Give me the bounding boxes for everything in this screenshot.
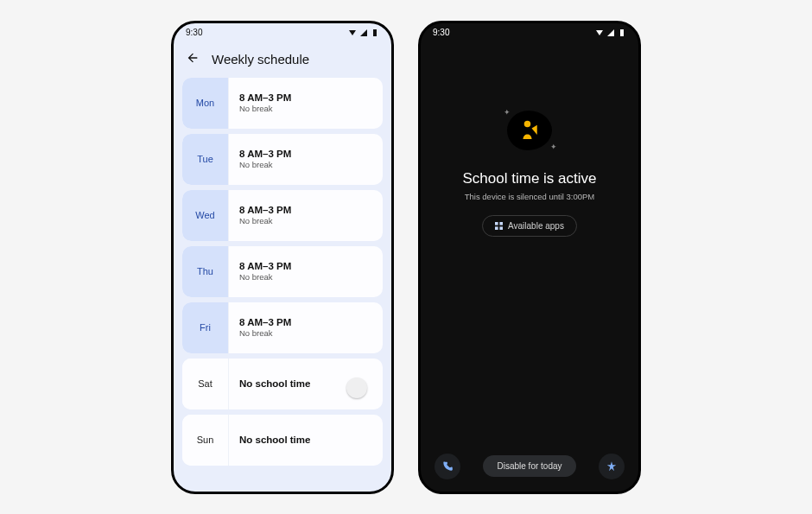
day-time: 8 AM–3 PM [239, 149, 383, 159]
school-time-subtitle: This device is silenced until 3:00PM [465, 192, 595, 201]
status-icons [595, 29, 626, 37]
battery-icon [371, 29, 379, 37]
svg-rect-3 [495, 222, 498, 225]
student-icon [517, 117, 542, 143]
day-card-fri[interactable]: Fri 8 AM–3 PM No break [182, 302, 383, 353]
emergency-button[interactable] [599, 454, 625, 479]
day-card-mon[interactable]: Mon 8 AM–3 PM No break [182, 78, 383, 129]
day-info: 8 AM–3 PM No break [229, 134, 383, 185]
status-time: 9:30 [433, 28, 449, 37]
svg-rect-0 [373, 29, 377, 36]
hero-blob [507, 111, 552, 150]
day-pill: Sun [182, 415, 229, 466]
status-time: 9:30 [186, 28, 202, 37]
toggle-handle[interactable] [346, 378, 367, 398]
day-pill: Fri [182, 302, 229, 353]
day-pill: Sat [182, 359, 229, 409]
svg-rect-4 [499, 222, 503, 225]
phone-schedule: 9:30 Weekly schedule Mon 8 AM–3 PM No br… [171, 21, 394, 494]
status-bar: 9:30 [174, 23, 391, 42]
page-title: Weekly schedule [212, 52, 309, 67]
day-time: No school time [239, 435, 383, 445]
day-break: No break [239, 216, 383, 225]
day-info: No school time [229, 415, 383, 466]
day-info: 8 AM–3 PM No break [229, 302, 383, 353]
svg-rect-1 [620, 29, 624, 36]
sparkle-icon: ✦ [550, 143, 557, 151]
day-pill: Mon [182, 78, 229, 129]
day-break: No break [239, 272, 383, 282]
day-time: 8 AM–3 PM [239, 317, 383, 327]
call-button[interactable] [435, 454, 460, 479]
phone-school-time: 9:30 ✦ ✦ School time is active This devi… [418, 21, 641, 494]
disable-today-button[interactable]: Disable for today [483, 455, 575, 477]
wifi-icon [348, 29, 357, 37]
svg-rect-6 [499, 226, 503, 230]
day-break: No break [239, 328, 383, 338]
status-icons [348, 29, 379, 37]
arrow-left-icon [186, 51, 200, 65]
day-time: 8 AM–3 PM [239, 92, 383, 103]
day-info: 8 AM–3 PM No break [229, 78, 383, 129]
day-pill: Thu [182, 246, 229, 297]
bottom-actions: Disable for today [421, 454, 638, 479]
day-break: No break [239, 160, 383, 169]
header: Weekly schedule [174, 42, 391, 78]
status-bar: 9:30 [421, 23, 638, 42]
school-time-content: ✦ ✦ School time is active This device is… [421, 42, 638, 492]
day-card-thu[interactable]: Thu 8 AM–3 PM No break [182, 246, 383, 297]
school-time-title: School time is active [463, 170, 597, 187]
apps-grid-icon [495, 222, 503, 230]
available-apps-label: Available apps [508, 221, 564, 231]
hero-icon: ✦ ✦ [502, 103, 557, 158]
schedule-list: Mon 8 AM–3 PM No break Tue 8 AM–3 PM No … [174, 78, 391, 492]
svg-point-2 [524, 120, 531, 127]
day-info: 8 AM–3 PM No break [229, 246, 383, 297]
wifi-icon [595, 29, 604, 37]
day-pill: Tue [182, 134, 229, 185]
day-time: 8 AM–3 PM [239, 205, 383, 215]
signal-icon [606, 29, 615, 37]
sparkle-icon: ✦ [504, 108, 511, 117]
day-info: 8 AM–3 PM No break [229, 190, 383, 241]
day-break: No break [239, 104, 383, 113]
phone-icon [441, 460, 454, 473]
battery-icon [618, 29, 626, 37]
day-pill: Wed [182, 190, 229, 241]
back-button[interactable] [186, 51, 200, 67]
svg-rect-5 [495, 226, 498, 230]
day-card-tue[interactable]: Tue 8 AM–3 PM No break [182, 134, 383, 185]
signal-icon [359, 29, 368, 37]
day-card-wed[interactable]: Wed 8 AM–3 PM No break [182, 190, 383, 241]
day-time: 8 AM–3 PM [239, 261, 383, 271]
available-apps-button[interactable]: Available apps [482, 215, 577, 237]
emergency-icon [606, 460, 618, 473]
disable-today-label: Disable for today [497, 461, 561, 471]
day-card-sun[interactable]: Sun No school time [182, 415, 383, 466]
